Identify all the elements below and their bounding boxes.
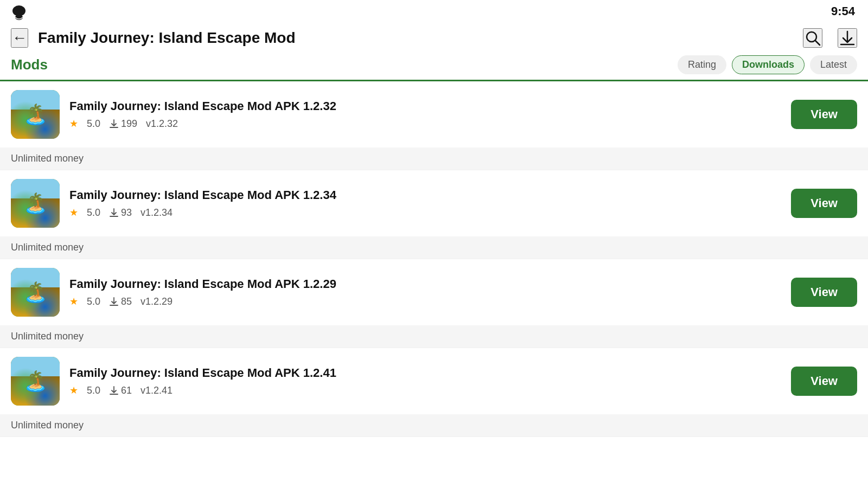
mod-title: Family Journey: Island Escape Mod APK 1.… [69,366,781,380]
mod-item-wrapper: Family Journey: Island Escape Mod APK 1.… [0,170,868,259]
star-icon: ★ [69,384,78,396]
back-button[interactable]: ← [11,28,28,48]
star-icon: ★ [69,296,78,307]
mod-meta: ★ 5.0 61 v1.2.41 [69,384,781,396]
download-icon [839,29,856,47]
svg-line-5 [815,41,820,45]
view-button[interactable]: View [791,100,857,129]
tabs-bar: Mods Rating Downloads Latest [0,55,868,81]
mod-tag: Unlimited money [0,147,868,170]
section-label: Mods [11,56,678,79]
download-small-icon [109,386,119,395]
tab-rating[interactable]: Rating [678,55,726,74]
mod-meta: ★ 5.0 93 v1.2.34 [69,207,781,219]
status-bar: 9:54 [0,0,868,23]
mod-item: Family Journey: Island Escape Mod APK 1.… [0,81,868,147]
download-count: 199 [109,118,137,130]
mod-meta: ★ 5.0 199 v1.2.32 [69,118,781,130]
mod-tag: Unlimited money [0,325,868,348]
view-button[interactable]: View [791,278,857,307]
download-small-icon [109,208,119,217]
mod-version: v1.2.34 [141,207,173,219]
search-icon [804,29,821,47]
mod-version: v1.2.32 [146,118,178,130]
mod-item-wrapper: Family Journey: Island Escape Mod APK 1.… [0,259,868,348]
mod-rating: 5.0 [87,296,100,307]
mod-meta: ★ 5.0 85 v1.2.29 [69,296,781,307]
mod-info: Family Journey: Island Escape Mod APK 1.… [69,188,781,219]
mod-title: Family Journey: Island Escape Mod APK 1.… [69,188,781,202]
app-logo-icon [10,4,28,23]
mod-thumbnail [11,357,60,406]
status-time: 9:54 [831,4,855,18]
star-icon: ★ [69,207,78,219]
toolbar: ← Family Journey: Island Escape Mod [0,23,868,53]
page-title: Family Journey: Island Escape Mod [38,29,793,47]
mod-rating: 5.0 [87,207,100,219]
mod-thumbnail [11,179,60,228]
mod-version: v1.2.41 [141,385,173,396]
view-button[interactable]: View [791,189,857,218]
mod-tag: Unlimited money [0,414,868,436]
download-small-icon [109,297,119,306]
download-count: 61 [109,385,132,396]
mod-title: Family Journey: Island Escape Mod APK 1.… [69,99,781,113]
mod-item: Family Journey: Island Escape Mod APK 1.… [0,348,868,414]
tabs-filters: Rating Downloads Latest [678,55,857,80]
star-icon: ★ [69,118,78,130]
mod-info: Family Journey: Island Escape Mod APK 1.… [69,277,781,307]
search-button[interactable] [803,28,822,48]
tab-latest[interactable]: Latest [810,55,857,74]
mod-thumbnail [11,90,60,139]
mod-thumbnail [11,268,60,317]
mod-rating: 5.0 [87,118,100,130]
mod-item-wrapper: Family Journey: Island Escape Mod APK 1.… [0,348,868,437]
toolbar-icons [803,28,857,48]
mod-item: Family Journey: Island Escape Mod APK 1.… [0,170,868,236]
mod-list: Family Journey: Island Escape Mod APK 1.… [0,81,868,472]
download-count: 93 [109,207,132,219]
mod-title: Family Journey: Island Escape Mod APK 1.… [69,277,781,291]
mod-version: v1.2.29 [141,296,173,307]
mod-item-wrapper: Family Journey: Island Escape Mod APK 1.… [0,81,868,170]
mod-item: Family Journey: Island Escape Mod APK 1.… [0,259,868,325]
mod-rating: 5.0 [87,385,100,396]
mod-tag: Unlimited money [0,236,868,259]
download-count: 85 [109,296,132,307]
view-button[interactable]: View [791,367,857,396]
mod-info: Family Journey: Island Escape Mod APK 1.… [69,366,781,396]
download-button[interactable] [838,28,857,48]
tab-downloads[interactable]: Downloads [732,55,805,74]
mod-info: Family Journey: Island Escape Mod APK 1.… [69,99,781,130]
download-small-icon [109,119,119,129]
